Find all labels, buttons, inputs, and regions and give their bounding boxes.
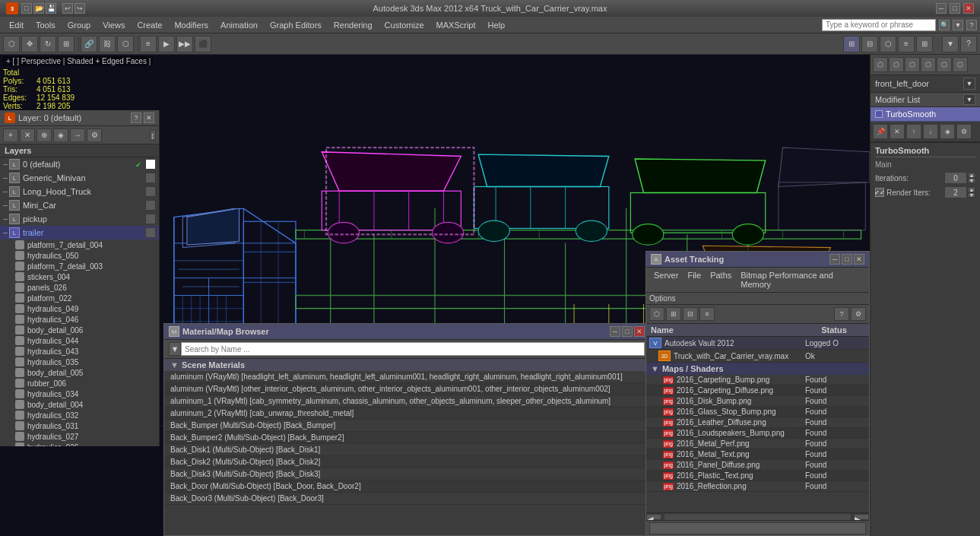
- asset-file-row-1[interactable]: png 2016_Carpeting_Diffuse.png Found: [646, 385, 869, 396]
- layer-panel-close-btn[interactable]: ✕: [144, 113, 154, 123]
- render-iters-down-btn[interactable]: ▼: [968, 192, 975, 198]
- layer-list[interactable]: L 0 (default) ✓ L Generic_Minivan L Long…: [0, 157, 159, 446]
- layer-sub-item-15[interactable]: body_detail_004: [0, 399, 159, 410]
- asset-tool-3[interactable]: ⊟: [683, 307, 698, 321]
- layer-item-minivan[interactable]: L Generic_Minivan: [0, 171, 159, 185]
- layer-item-trailer[interactable]: L trailer: [0, 226, 159, 239]
- mod-tool-3[interactable]: ⬡: [905, 57, 920, 72]
- layer-item-minicar[interactable]: L Mini_Car: [0, 198, 159, 212]
- asset-file-row[interactable]: 3D Truck_with_Car_Carrier_vray.max Ok: [646, 350, 869, 363]
- asset-file-row-10[interactable]: png 2016_Reflection.png Found: [646, 481, 869, 492]
- layer-sub-item-13[interactable]: rubber_006: [0, 378, 159, 389]
- asset-hscrollbar[interactable]: ◀ ▶: [646, 512, 869, 520]
- iterations-down-btn[interactable]: ▼: [968, 178, 975, 183]
- layer-sub-item-19[interactable]: hydraulics_026: [0, 442, 159, 446]
- material-row-3[interactable]: aluminum_2 (VRayMtl) [cab_unwrap_thresho…: [164, 408, 649, 420]
- asset-options-menu[interactable]: Options: [646, 293, 869, 305]
- layer-vis-truck[interactable]: [145, 186, 156, 197]
- new-btn[interactable]: □: [21, 3, 32, 14]
- layer-sub-item-11[interactable]: hydraulics_035: [0, 357, 159, 367]
- menu-animation[interactable]: Animation: [214, 19, 264, 31]
- layer-sub-item-6[interactable]: hydraulics_049: [0, 303, 159, 314]
- material-row-1[interactable]: aluminum (VRayMtl) [other_interior_objec…: [164, 383, 649, 395]
- layer-move-btn[interactable]: →: [70, 128, 85, 142]
- hscroll-left-btn[interactable]: ◀: [646, 514, 661, 520]
- open-btn[interactable]: 📂: [33, 3, 44, 14]
- asset-file-row-3[interactable]: png 2016_Glass_Stop_Bump.png Found: [646, 407, 869, 417]
- layer-sub-item-16[interactable]: hydraulics_032: [0, 410, 159, 420]
- select-btn[interactable]: ⬡: [3, 36, 20, 52]
- mod-up-btn[interactable]: ↑: [906, 124, 921, 139]
- undo-btn[interactable]: ↩: [62, 3, 73, 14]
- layer-sub-item-1[interactable]: hydraulics_050: [0, 250, 159, 261]
- iterations-up-btn[interactable]: ▲: [968, 173, 975, 178]
- asset-menu-bitmap[interactable]: Bitmap Performance and Memory: [736, 269, 866, 290]
- link-btn[interactable]: 🔗: [81, 36, 97, 52]
- layer-new-btn[interactable]: +: [3, 128, 18, 142]
- menu-modifiers[interactable]: Modifiers: [168, 19, 214, 31]
- layer-sub-item-3[interactable]: stickers_004: [0, 271, 159, 282]
- layer-sub-item-2[interactable]: platform_7_detail_003: [0, 261, 159, 271]
- material-row-8[interactable]: Back_Disk3 (Multi/Sub-Object) [Back_Disk…: [164, 468, 649, 480]
- material-row-5[interactable]: Back_Bumper2 (Multi/Sub-Object) [Back_Bu…: [164, 432, 649, 444]
- mod-configure-btn[interactable]: ⚙: [956, 124, 972, 139]
- asset-file-row-2[interactable]: png 2016_Disk_Bump.png Found: [646, 396, 869, 407]
- maximize-btn[interactable]: □: [950, 3, 960, 14]
- mod-down-btn[interactable]: ↓: [923, 124, 938, 139]
- asset-settings-btn[interactable]: ⚙: [851, 307, 866, 321]
- mod-delete-btn[interactable]: ✕: [890, 124, 905, 139]
- search-btn[interactable]: 🔍: [939, 20, 950, 30]
- menu-help[interactable]: Help: [482, 19, 512, 31]
- rightpanel-btn5[interactable]: ⊞: [916, 36, 933, 52]
- material-row-2[interactable]: aluminum_1 (VRayMtl) [cab_symmetry_alumi…: [164, 395, 649, 408]
- rightpanel-btn3[interactable]: ⬡: [880, 36, 896, 52]
- menu-rendering[interactable]: Rendering: [328, 19, 379, 31]
- layer-vis-trailer[interactable]: [145, 227, 156, 238]
- layer-item-pickup[interactable]: L pickup: [0, 212, 159, 226]
- object-name-dropdown[interactable]: ▼: [963, 78, 975, 90]
- save-btn[interactable]: 💾: [46, 3, 56, 14]
- mod-tool-1[interactable]: ⬡: [873, 57, 888, 72]
- layer-sub-item-8[interactable]: body_detail_006: [0, 325, 159, 335]
- rightpanel-btn2[interactable]: ⊟: [861, 36, 878, 52]
- asset-tool-2[interactable]: ⊞: [666, 307, 681, 321]
- asset-file-row-9[interactable]: png 2016_Plastic_Text.png Found: [646, 471, 869, 481]
- layer-vis-default[interactable]: [145, 159, 156, 170]
- layer-add-selection-btn[interactable]: ⊕: [36, 128, 52, 142]
- mod-pin-btn[interactable]: 📌: [873, 124, 888, 139]
- mod-make-unique-btn[interactable]: ◈: [940, 124, 955, 139]
- asset-list[interactable]: V Autodesk Vault 2012 Logged O 3D Truck_…: [646, 337, 869, 512]
- layer-btn[interactable]: ≡: [140, 36, 157, 52]
- asset-menu-server[interactable]: Server: [649, 269, 683, 290]
- menu-tools[interactable]: Tools: [30, 19, 62, 31]
- layer-sub-item-7[interactable]: hydraulics_046: [0, 314, 159, 325]
- layer-item-default[interactable]: L 0 (default) ✓: [0, 157, 159, 171]
- layer-item-truck[interactable]: L Long_Hood_Truck: [0, 185, 159, 198]
- hscroll-right-btn[interactable]: ▶: [854, 514, 869, 520]
- asset-menu-file[interactable]: File: [683, 269, 706, 290]
- layer-sub-item-5[interactable]: platform_022: [0, 293, 159, 303]
- asset-file-row-0[interactable]: png 2016_Carpeting_Bump.png Found: [646, 375, 869, 385]
- mod-tool-5[interactable]: ⬡: [937, 57, 952, 72]
- turbosmooth-modifier-item[interactable]: TurboSmooth: [871, 107, 980, 122]
- asset-tool-1[interactable]: ⬡: [649, 307, 664, 321]
- material-row-10[interactable]: Back_Door3 (Multi/Sub-Object) [Back_Door…: [164, 493, 649, 505]
- close-btn[interactable]: ✕: [963, 3, 974, 14]
- layer-vis-minivan[interactable]: [145, 173, 156, 183]
- material-search-dropdown[interactable]: ▼: [169, 342, 181, 356]
- help-btn[interactable]: ?: [966, 20, 977, 30]
- layer-scroll-btn[interactable]: ↕: [150, 130, 156, 141]
- material-list[interactable]: ▼ Scene Materials aluminum (VRayMtl) [he…: [164, 359, 649, 535]
- material-row-0[interactable]: aluminum (VRayMtl) [headlight_left_alumi…: [164, 371, 649, 383]
- layer-settings-btn[interactable]: ⚙: [87, 128, 102, 142]
- material-close-btn[interactable]: ✕: [634, 326, 645, 337]
- menu-maxscript[interactable]: MAXScript: [430, 19, 482, 31]
- asset-menu-paths[interactable]: Paths: [706, 269, 736, 290]
- mod-tool-6[interactable]: ⬡: [953, 57, 968, 72]
- material-row-4[interactable]: Back_Bumper (Multi/Sub-Object) [Back_Bum…: [164, 420, 649, 432]
- layer-sub-item-10[interactable]: hydraulics_043: [0, 346, 159, 357]
- asset-minimize-btn[interactable]: ─: [829, 254, 840, 265]
- menu-graph-editors[interactable]: Graph Editors: [264, 19, 328, 31]
- menu-edit[interactable]: Edit: [3, 19, 30, 31]
- asset-file-row-6[interactable]: png 2016_Metal_Perf.png Found: [646, 439, 869, 449]
